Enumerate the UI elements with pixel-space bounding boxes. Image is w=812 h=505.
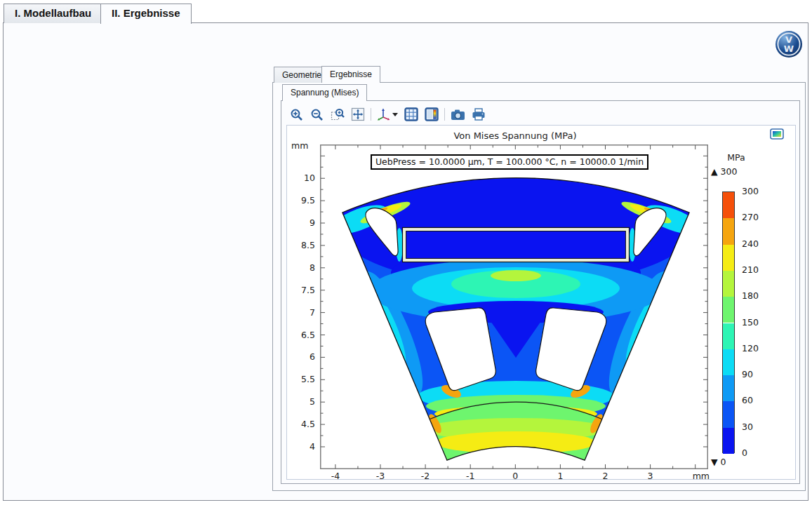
- zoom-in-icon[interactable]: [289, 107, 304, 122]
- colorbar: [722, 191, 735, 453]
- colorbar-tick-label: 300: [742, 186, 759, 196]
- colorbar-segment: [723, 349, 734, 375]
- y-tick-label: 4.5: [290, 419, 315, 429]
- colorbar-segment: [723, 428, 734, 454]
- x-tick-label: -3: [366, 471, 394, 481]
- plot-window-icon[interactable]: [770, 128, 784, 140]
- colorbar-under-range: ▼ 0: [711, 457, 726, 467]
- y-tick-label: 8: [290, 262, 315, 273]
- colorbar-segment: [723, 218, 734, 244]
- colorbar-segment: [723, 245, 734, 271]
- colorbar-over-range: ▲ 300: [711, 166, 737, 177]
- colorbar-tick-label: 180: [742, 290, 759, 301]
- colorbar-tick-label: 270: [742, 212, 759, 222]
- y-tick-label: 9: [290, 217, 315, 228]
- x-tick-label: 0: [501, 471, 529, 481]
- y-axis-unit: mm: [291, 140, 308, 151]
- colorbar-segment: [723, 375, 734, 401]
- zoom-extents-icon[interactable]: [350, 107, 365, 122]
- colorbar-tick-label: 150: [742, 317, 759, 328]
- colorbar-tick-label: 30: [742, 422, 753, 432]
- x-tick-label: 3: [637, 471, 665, 481]
- triangle-down-icon: ▼: [711, 457, 718, 467]
- colorbar-tick-label: 240: [742, 238, 759, 249]
- y-tick-label: 8.5: [290, 240, 315, 250]
- magnet: [406, 231, 626, 259]
- colorbar-segment: [723, 271, 734, 297]
- tab-modellaufbau[interactable]: I. Modellaufbau: [4, 4, 102, 23]
- axes-orientation-icon[interactable]: [377, 107, 398, 122]
- x-tick-label: -1: [456, 471, 484, 481]
- snapshot-icon[interactable]: [451, 107, 465, 122]
- stress-plot[interactable]: [320, 144, 708, 469]
- x-tick-label: -4: [321, 471, 350, 481]
- parameter-annotation: UebPress = 10.0000 μm, T = 100.000 °C, n…: [371, 154, 648, 170]
- x-tick-label: 2: [592, 471, 620, 481]
- graphics-canvas[interactable]: Von Mises Spannung (MPa) mm mm: [286, 125, 796, 480]
- y-tick-label: 5: [290, 396, 315, 407]
- colorbar-segment: [723, 192, 734, 218]
- x-tick-label: 1: [546, 471, 574, 481]
- y-tick-label: 5.5: [290, 374, 315, 384]
- plot-title: Von Mises Spannung (MPa): [375, 130, 655, 141]
- vw-logo: V W: [775, 30, 803, 58]
- colorbar-tick-label: 60: [742, 395, 753, 405]
- toolbar-separator: [444, 108, 445, 121]
- colorbar-tick-label: 210: [742, 264, 759, 275]
- y-tick-label: 9.5: [290, 195, 315, 206]
- colorbar-tick-label: 0: [742, 447, 747, 458]
- plot-toolbar: [289, 105, 486, 123]
- colorbar-segment: [723, 401, 734, 427]
- svg-text:W: W: [784, 43, 794, 54]
- colorbar-tick-label: 120: [742, 343, 759, 354]
- tab-ergebnisse-plot[interactable]: Ergebnisse: [321, 66, 380, 83]
- x-tick-label: -2: [411, 471, 439, 481]
- colorbar-unit: MPa: [722, 152, 750, 163]
- x-axis-unit: mm: [681, 471, 710, 481]
- print-icon[interactable]: [471, 107, 486, 122]
- y-tick-label: 4: [290, 441, 315, 452]
- y-tick-label: 10: [290, 173, 315, 183]
- toolbar-separator: [371, 108, 371, 121]
- colorbar-segment: [723, 323, 734, 349]
- dropdown-caret-icon[interactable]: [392, 113, 398, 116]
- grid-toggle-icon[interactable]: [404, 107, 418, 122]
- y-tick-label: 7: [290, 307, 315, 318]
- tab-spannung-mises[interactable]: Spannung (Mises): [282, 84, 367, 101]
- zoom-out-icon[interactable]: [310, 107, 324, 122]
- y-tick-label: 7.5: [290, 285, 315, 295]
- colorbar-tick-label: 90: [742, 369, 753, 379]
- tab-ergebnisse[interactable]: II. Ergebnisse: [100, 4, 192, 24]
- colorbar-segment: [723, 297, 734, 323]
- color-legend-toggle-icon[interactable]: [424, 107, 439, 122]
- y-tick-label: 6.5: [290, 330, 315, 340]
- triangle-up-icon: ▲: [711, 166, 718, 177]
- zoom-box-icon[interactable]: [330, 107, 345, 122]
- y-tick-label: 6: [290, 351, 315, 362]
